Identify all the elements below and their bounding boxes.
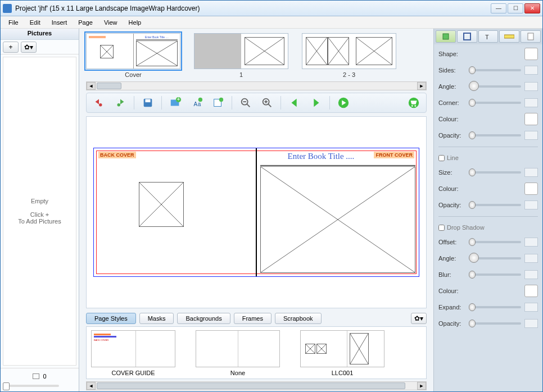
sides-label: Sides: (438, 67, 465, 74)
shape-picker[interactable] (524, 48, 538, 60)
blur-value[interactable] (524, 270, 538, 279)
scroll-left-icon[interactable]: ◄ (87, 82, 96, 90)
shadow-angle-value[interactable] (524, 254, 538, 263)
corner-slider[interactable] (469, 102, 521, 104)
book-title-field[interactable]: Enter Book Title .... (263, 152, 379, 161)
sides-value[interactable] (524, 66, 538, 75)
angle-dial[interactable] (469, 85, 521, 88)
line-enable-checkbox[interactable] (438, 155, 445, 161)
shape-colour-picker[interactable] (524, 113, 538, 125)
shadow-header: Drop Shadow (447, 224, 485, 231)
shadow-colour-picker[interactable] (524, 285, 538, 297)
svg-text:+: + (177, 97, 180, 102)
scroll-right-icon[interactable]: ► (417, 82, 426, 90)
expand-value[interactable] (524, 303, 538, 312)
svg-point-21 (198, 98, 202, 102)
tab-masks[interactable]: Masks (139, 313, 174, 324)
offset-value[interactable] (524, 238, 538, 247)
svg-rect-45 (443, 34, 449, 39)
tab-text-icon[interactable]: T (478, 30, 499, 43)
line-opacity-slider[interactable] (469, 204, 521, 206)
blur-slider[interactable] (469, 274, 521, 276)
play-button[interactable] (336, 95, 351, 111)
opacity-label: Opacity: (438, 132, 465, 139)
thumb-page-2-3[interactable] (302, 33, 396, 69)
line-header: Line (447, 154, 459, 161)
shadow-enable-checkbox[interactable] (438, 225, 445, 231)
pictures-zoom-slider[interactable] (3, 385, 59, 387)
pictures-settings-button[interactable]: ✿▾ (21, 42, 37, 53)
zoom-in-button[interactable] (259, 95, 275, 111)
tab-backgrounds[interactable]: Backgrounds (177, 313, 230, 324)
sides-slider[interactable] (469, 69, 521, 71)
expand-slider[interactable] (469, 306, 521, 308)
zoom-out-button[interactable] (238, 95, 254, 111)
tab-frames[interactable]: Frames (234, 313, 272, 324)
editor-toolbar: + Aa (86, 93, 427, 113)
redo-button[interactable] (112, 95, 128, 111)
line-colour-picker[interactable] (524, 183, 538, 195)
undo-button[interactable] (91, 95, 107, 111)
svg-rect-46 (464, 33, 470, 40)
offset-slider[interactable] (469, 241, 521, 243)
canvas[interactable]: BACK COVER FRONT COVER Enter Book Title … (86, 116, 427, 308)
menu-file[interactable]: File (4, 18, 23, 27)
hint-line-1: Click + (18, 211, 61, 218)
scroll-left-icon[interactable]: ◄ (87, 382, 96, 390)
line-colour-label: Colour: (438, 185, 465, 192)
blur-label: Blur: (438, 271, 465, 278)
style-llc001[interactable] (300, 330, 384, 367)
minimize-button[interactable]: — (491, 3, 506, 13)
add-pictures-button[interactable]: + (3, 42, 19, 53)
pictures-drop-area[interactable]: Empty Click + To Add Pictures (3, 57, 76, 366)
front-cover-page[interactable]: FRONT COVER Enter Book Title .... (256, 148, 419, 276)
thumb-cover[interactable]: Enter Book Title .... (86, 33, 180, 69)
angle-value[interactable] (524, 82, 538, 91)
line-size-value[interactable] (524, 168, 538, 177)
back-cover-page[interactable]: BACK COVER (94, 148, 256, 276)
add-text-button[interactable]: Aa (189, 95, 205, 111)
maximize-button[interactable]: ☐ (508, 3, 523, 13)
shadow-opacity-slider[interactable] (469, 322, 521, 325)
prev-page-button[interactable] (287, 95, 302, 111)
tab-frame-icon[interactable] (457, 30, 477, 43)
shape-opacity-value[interactable] (524, 131, 538, 140)
style-tabs: Page Styles Masks Backgrounds Frames Scr… (86, 311, 427, 326)
style-none[interactable] (196, 330, 280, 367)
thumbnails-scrollbar[interactable]: ◄ ► (86, 81, 427, 90)
line-opacity-value[interactable] (524, 200, 538, 209)
tab-scrapbook[interactable]: Scrapbook (275, 313, 322, 324)
add-page-button[interactable] (210, 95, 226, 111)
canvas-scrollbar[interactable]: ◄ ► (86, 381, 427, 390)
cart-button[interactable] (406, 95, 422, 111)
next-page-button[interactable] (308, 95, 324, 111)
shadow-angle-dial[interactable] (469, 257, 521, 259)
menu-insert[interactable]: Insert (47, 18, 72, 27)
menu-view[interactable]: View (99, 18, 122, 27)
empty-label: Empty (31, 198, 48, 204)
menu-help[interactable]: Help (124, 18, 146, 27)
close-button[interactable]: ✕ (524, 3, 540, 13)
svg-rect-15 (145, 99, 150, 103)
line-size-slider[interactable] (469, 171, 521, 174)
add-image-button[interactable]: + (168, 95, 183, 111)
menu-edit[interactable]: Edit (25, 18, 45, 27)
pictures-count: 0 (43, 373, 46, 380)
shape-opacity-slider[interactable] (469, 134, 521, 136)
tab-page-styles[interactable]: Page Styles (86, 313, 136, 324)
title-bar: Project 'jhf' (15 x 11 Large Landscape I… (1, 1, 542, 16)
save-button[interactable] (140, 95, 156, 111)
tab-page-icon[interactable] (521, 30, 541, 43)
styles-settings-button[interactable]: ✿▾ (411, 313, 427, 324)
style-cover-guide[interactable]: BACK COVER (91, 330, 175, 367)
tab-shape-icon[interactable] (436, 30, 456, 43)
corner-value[interactable] (524, 98, 538, 107)
image-placeholder[interactable] (260, 166, 415, 273)
thumb-label: 2 - 3 (343, 71, 355, 78)
tab-ruler-icon[interactable] (499, 30, 519, 43)
image-placeholder[interactable] (139, 182, 184, 227)
menu-page[interactable]: Page (74, 18, 97, 27)
shadow-opacity-value[interactable] (524, 319, 538, 328)
scroll-right-icon[interactable]: ► (417, 382, 426, 390)
thumb-page-1[interactable] (194, 33, 288, 69)
